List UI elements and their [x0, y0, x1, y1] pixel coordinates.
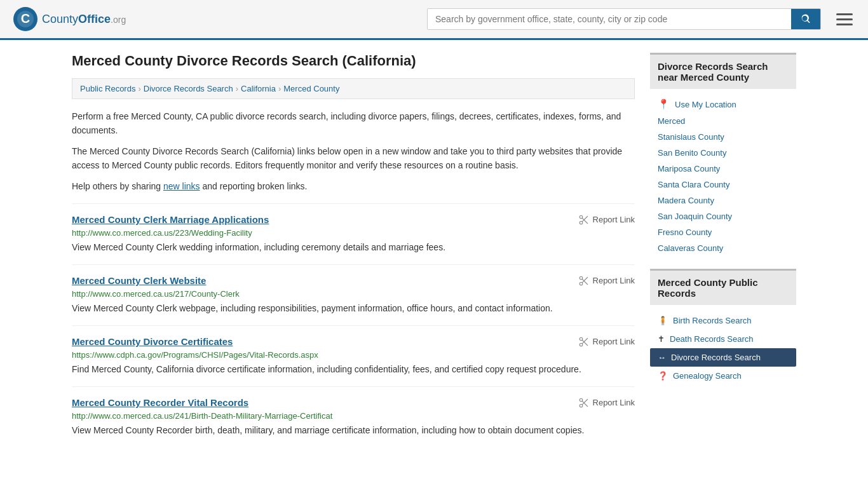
menu-line: [836, 13, 853, 15]
sidebar-birth-records[interactable]: 🧍 Birth Records Search: [650, 311, 796, 330]
svg-point-11: [580, 337, 583, 341]
use-my-location-link[interactable]: Use My Location: [675, 100, 736, 109]
report-link-button[interactable]: Report Link: [578, 214, 635, 226]
result-title-link[interactable]: Merced County Divorce Certificates: [72, 336, 233, 347]
svg-point-4: [580, 221, 583, 224]
sidebar-nearby-madera[interactable]: Madera County: [650, 193, 796, 208]
result-url: http://www.co.merced.ca.us/241/Birth-Dea…: [72, 411, 635, 421]
result-desc: Find Merced County, California divorce c…: [72, 363, 635, 376]
report-scissors-icon: [578, 397, 590, 409]
content-area: Merced County Divorce Records Search (Ca…: [72, 53, 635, 447]
sidebar-nearby-merced[interactable]: Merced: [650, 113, 796, 129]
report-link-button[interactable]: Report Link: [578, 275, 635, 287]
report-scissors-icon: [578, 214, 590, 226]
breadcrumb-public-records[interactable]: Public Records: [80, 84, 135, 93]
logo-text: CountyOffice.org: [42, 13, 126, 26]
result-item: Merced County Divorce Certificates Repor…: [72, 325, 635, 386]
breadcrumb: Public Records › Divorce Records Search …: [72, 78, 635, 99]
sidebar-public-records-heading: Merced County Public Records: [650, 269, 796, 305]
result-title-link[interactable]: Merced County Clerk Website: [72, 275, 206, 286]
result-title-link[interactable]: Merced County Clerk Marriage Application…: [72, 214, 269, 225]
report-link-button[interactable]: Report Link: [578, 336, 635, 348]
sidebar-nearby-stanislaus[interactable]: Stanislaus County: [650, 129, 796, 145]
person-icon: 🧍: [658, 316, 668, 325]
svg-point-3: [580, 215, 583, 219]
sidebar-use-my-location[interactable]: 📍 Use My Location: [650, 95, 796, 113]
breadcrumb-divorce-records-search[interactable]: Divorce Records Search: [144, 84, 233, 93]
svg-text:C: C: [21, 11, 30, 25]
breadcrumb-merced-county[interactable]: Merced County: [283, 84, 339, 93]
sidebar-public-records-section: Merced County Public Records 🧍 Birth Rec…: [650, 269, 796, 385]
svg-point-7: [580, 276, 583, 280]
menu-line: [836, 24, 853, 25]
breadcrumb-california[interactable]: California: [241, 84, 276, 93]
page-title: Merced County Divorce Records Search (Ca…: [72, 53, 635, 69]
sidebar-genealogy-search[interactable]: ❓ Genealogy Search: [650, 367, 796, 385]
result-desc: View Merced County Clerk webpage, includ…: [72, 302, 635, 315]
sidebar-nearby-heading: Divorce Records Search near Merced Count…: [650, 53, 796, 89]
new-links-link[interactable]: new links: [163, 181, 200, 191]
hamburger-menu-button[interactable]: [834, 11, 855, 28]
report-link-button[interactable]: Report Link: [578, 397, 635, 409]
result-url: https://www.cdph.ca.gov/Programs/CHSI/Pa…: [72, 350, 635, 360]
description-para2: The Merced County Divorce Records Search…: [72, 144, 635, 173]
description-para1: Perform a free Merced County, CA public …: [72, 109, 635, 138]
sidebar-nearby-san-joaquin[interactable]: San Joaquin County: [650, 208, 796, 224]
sidebar-divorce-records[interactable]: ↔ Divorce Records Search: [650, 348, 796, 367]
sidebar-nearby-san-benito[interactable]: San Benito County: [650, 145, 796, 161]
sidebar-death-records[interactable]: ✝ Death Records Search: [650, 330, 796, 348]
description-block: Perform a free Merced County, CA public …: [72, 109, 635, 193]
logo-link[interactable]: C CountyOffice.org: [13, 6, 126, 32]
results-list: Merced County Clerk Marriage Application…: [72, 203, 635, 447]
breadcrumb-sep: ›: [236, 84, 238, 93]
location-pin-icon: 📍: [658, 98, 670, 110]
menu-line: [836, 18, 853, 20]
result-url: http://www.co.merced.ca.us/217/County-Cl…: [72, 289, 635, 299]
cross-icon: ✝: [658, 334, 665, 344]
svg-point-12: [580, 343, 583, 346]
report-scissors-icon: [578, 275, 590, 287]
report-scissors-icon: [578, 336, 590, 348]
arrows-icon: ↔: [658, 353, 666, 362]
sidebar: Divorce Records Search near Merced Count…: [650, 53, 796, 447]
svg-point-16: [580, 404, 583, 407]
sidebar-nearby-santa-clara[interactable]: Santa Clara County: [650, 177, 796, 193]
svg-point-8: [580, 282, 583, 285]
main-container: Merced County Divorce Records Search (Ca…: [59, 40, 809, 460]
result-item: Merced County Clerk Website Report Link …: [72, 264, 635, 325]
result-item: Merced County Clerk Marriage Application…: [72, 203, 635, 264]
result-desc: View Merced County Recorder birth, death…: [72, 424, 635, 437]
result-url: http://www.co.merced.ca.us/223/Wedding-F…: [72, 228, 635, 238]
sidebar-nearby-section: Divorce Records Search near Merced Count…: [650, 53, 796, 256]
svg-point-15: [580, 398, 583, 402]
sidebar-nearby-mariposa[interactable]: Mariposa County: [650, 161, 796, 177]
description-para3: Help others by sharing new links and rep…: [72, 179, 635, 193]
search-icon: [800, 13, 811, 25]
search-bar: [427, 8, 821, 30]
result-desc: View Merced County Clerk wedding informa…: [72, 241, 635, 254]
breadcrumb-sep: ›: [138, 84, 140, 93]
genealogy-icon: ❓: [658, 371, 668, 381]
sidebar-nearby-fresno[interactable]: Fresno County: [650, 224, 796, 240]
result-title-link[interactable]: Merced County Recorder Vital Records: [72, 397, 248, 408]
logo-icon: C: [13, 6, 38, 32]
search-input[interactable]: [428, 9, 791, 29]
search-button[interactable]: [791, 9, 820, 29]
sidebar-nearby-calaveras[interactable]: Calaveras County: [650, 240, 796, 256]
site-header: C CountyOffice.org: [0, 0, 868, 40]
breadcrumb-sep: ›: [278, 84, 281, 93]
result-item: Merced County Recorder Vital Records Rep…: [72, 386, 635, 447]
